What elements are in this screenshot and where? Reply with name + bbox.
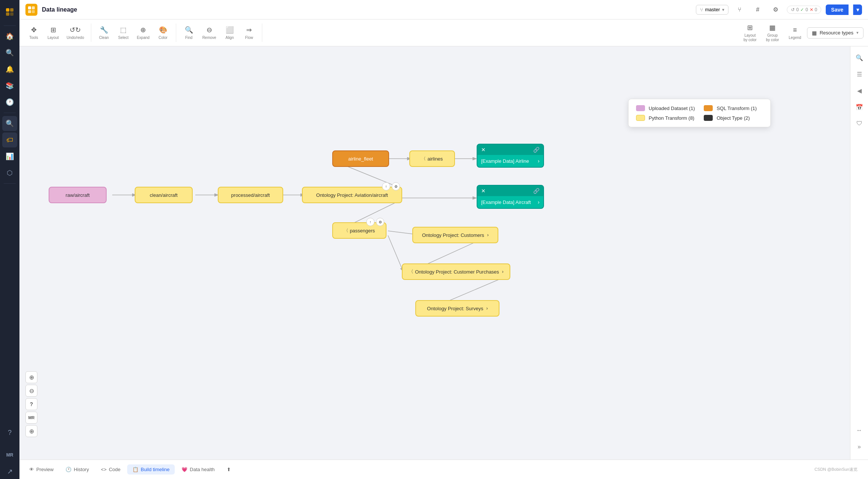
node-example-airline-x[interactable]: ✕	[481, 147, 486, 153]
rsp-calendar[interactable]: 📅	[853, 100, 866, 114]
settings-btn[interactable]: ⚙	[769, 3, 782, 16]
bottom-attribution: CSDN @BobinSun速览	[814, 467, 864, 472]
tools-icon: ✥	[31, 26, 37, 34]
zoom-in-btn[interactable]: ⊕	[25, 371, 37, 383]
zoom-out-btn[interactable]: ⊖	[25, 385, 37, 397]
rsp-arrows[interactable]: ↔	[853, 424, 866, 437]
svg-rect-1	[10, 8, 13, 12]
node-airline-fleet[interactable]: airline_fleet	[332, 150, 389, 167]
node-passengers-chevron: 〈	[344, 228, 348, 234]
tab-data-health[interactable]: 💗 Data health	[176, 464, 220, 475]
node-ontology-customer-purchases[interactable]: 〈 Ontology Project: Customer Purchases ›	[402, 263, 510, 280]
sidebar-item-search2[interactable]: 🔍	[2, 116, 17, 131]
legend-item-1: SQL Transform (1)	[704, 105, 763, 111]
tab-history[interactable]: 🕐 History	[60, 464, 94, 475]
node-example-aircraft[interactable]: ✕ 🔗 [Example Data] Aircraft ›	[477, 185, 544, 209]
sidebar-item-expand[interactable]: ↗	[2, 464, 17, 479]
node-example-airline-link[interactable]: 🔗	[533, 147, 540, 153]
sidebar-item-mr[interactable]: MR	[2, 448, 17, 463]
node-airline-fleet-label: airline_fleet	[348, 156, 373, 162]
sidebar: 🏠 🔍 🔔 📚 🕐 🔍 🏷 📊 ⬡ ? MR ↗	[0, 0, 19, 479]
tab-expand-btn[interactable]: ⬆	[221, 464, 236, 475]
remove-btn[interactable]: ⊖ Remove	[199, 24, 220, 42]
node-example-airline[interactable]: ✕ 🔗 [Example Data] Airline › ↔ 1	[477, 144, 544, 168]
rsp-list[interactable]: ☰	[853, 67, 866, 81]
node-ontology-aviation[interactable]: Ontology Project: Aviation/aircraft ↑ ⚙	[302, 187, 402, 203]
sidebar-item-transform[interactable]: ⬡	[2, 165, 17, 180]
flow-icon: ⇒	[246, 26, 252, 34]
node-action-up-pass[interactable]: ↑	[366, 218, 375, 226]
color-btn[interactable]: 🎨 Color	[153, 24, 173, 42]
sidebar-item-bell[interactable]: 🔔	[2, 62, 17, 77]
sidebar-item-chart[interactable]: 📊	[2, 149, 17, 164]
undo-redo-btn[interactable]: ↺↻ Undo/redo	[63, 24, 88, 42]
resource-types-label: Resource types	[820, 30, 853, 36]
node-example-aircraft-link[interactable]: 🔗	[533, 188, 540, 194]
help-btn[interactable]: ?	[25, 398, 37, 410]
node-cp-chevron: 〈	[409, 268, 413, 275]
rsp-collapse[interactable]: ◀	[853, 84, 866, 97]
legend-item-2: Python Transform (8)	[636, 115, 695, 121]
status-pill: ↺ 0 ✓ 0 ✕ 0	[787, 6, 821, 14]
node-processed-aircraft[interactable]: processed/aircraft	[218, 187, 283, 203]
node-ontology-customers-label: Ontology Project: Customers	[422, 232, 484, 238]
branch-selector[interactable]: ⑂ master ▾	[696, 5, 729, 15]
group-by-color-icon: ▦	[769, 24, 776, 32]
sidebar-item-help[interactable]: ?	[2, 425, 17, 440]
rsp-shield[interactable]: 🛡	[853, 117, 866, 130]
node-action-up[interactable]: ↑	[382, 182, 390, 190]
node-example-aircraft-x[interactable]: ✕	[481, 188, 486, 194]
fit-btn[interactable]: MR	[25, 412, 37, 424]
flow-btn[interactable]: ⇒ Flow	[239, 24, 259, 42]
tools-btn[interactable]: ✥ Tools	[24, 24, 43, 42]
node-action-icons-aviation: ↑ ⚙	[382, 182, 400, 190]
tab-preview-icon: 👁	[29, 467, 34, 472]
node-airlines[interactable]: 〈 airlines	[409, 150, 455, 167]
expand-btn[interactable]: ⊕ Expand	[133, 24, 153, 42]
group-by-color-btn[interactable]: ▦ Groupby color	[762, 21, 783, 45]
right-toolbar: ⊞ Layoutby color ▦ Groupby color ≡ Legen…	[740, 21, 864, 45]
node-ontology-customers[interactable]: Ontology Project: Customers ›	[412, 227, 498, 243]
git-compare-btn[interactable]: ⑂	[733, 3, 746, 16]
node-ontology-customer-purchases-label: Ontology Project: Customer Purchases	[415, 269, 499, 275]
node-action-settings-pass[interactable]: ⚙	[376, 218, 384, 226]
select-btn[interactable]: ⬚ Select	[114, 24, 133, 42]
layout-by-color-btn[interactable]: ⊞ Layoutby color	[740, 21, 761, 45]
sidebar-item-active-tag[interactable]: 🏷	[2, 132, 17, 147]
sidebar-item-home[interactable]: 🏠	[2, 29, 17, 44]
save-dropdown-button[interactable]: ▾	[853, 4, 862, 15]
node-example-aircraft-chevron: ›	[538, 199, 540, 205]
save-button[interactable]: Save	[826, 4, 849, 15]
tab-history-label: History	[74, 467, 89, 472]
sidebar-item-history[interactable]: 🕐	[2, 95, 17, 110]
node-action-settings[interactable]: ⚙	[392, 182, 400, 190]
center-btn[interactable]: ⊕	[25, 425, 37, 437]
clean-icon: 🔧	[100, 26, 108, 34]
sidebar-divider-3	[4, 183, 16, 184]
find-icon: 🔍	[185, 26, 193, 34]
align-btn[interactable]: ⬜ Align	[220, 24, 239, 42]
node-clean-aircraft[interactable]: clean/aircraft	[135, 187, 193, 203]
sidebar-item-search[interactable]: 🔍	[2, 45, 17, 60]
rsp-search[interactable]: 🔍	[853, 51, 866, 64]
canvas[interactable]: Uploaded Dataset (1) SQL Transform (1) P…	[19, 46, 868, 460]
tab-build-timeline-label: Build timeline	[141, 467, 169, 472]
align-label: Align	[226, 36, 234, 40]
tab-code[interactable]: <> Code	[96, 464, 126, 475]
clean-btn[interactable]: 🔧 Clean	[94, 24, 114, 42]
tab-preview[interactable]: 👁 Preview	[24, 464, 59, 475]
node-ontology-surveys[interactable]: Ontology Project: Surveys ›	[415, 300, 499, 317]
resource-types-btn[interactable]: ▦ Resource types ▾	[807, 27, 864, 39]
rsp-double-chevron[interactable]: »	[853, 440, 866, 454]
legend-btn[interactable]: ≡ Legend	[785, 24, 806, 42]
node-passengers[interactable]: ↑ ⚙ 〈 passengers	[332, 222, 386, 239]
find-btn[interactable]: 🔍 Find	[179, 24, 199, 42]
tab-build-timeline[interactable]: 📋 Build timeline	[127, 464, 175, 475]
shortcuts-btn[interactable]: #	[751, 3, 764, 16]
topbar: Data lineage ⑂ master ▾ ⑂ # ⚙ ↺ 0 ✓ 0 ✕ …	[19, 0, 868, 19]
sidebar-item-layers[interactable]: 📚	[2, 78, 17, 93]
layout-btn[interactable]: ⊞ Layout	[43, 24, 63, 42]
node-raw-aircraft[interactable]: raw/aircraft	[49, 187, 107, 203]
view-group: 🔍 Find ⊖ Remove ⬜ Align ⇒ Flow	[179, 24, 262, 42]
node-example-airline-chevron: ›	[538, 158, 540, 164]
